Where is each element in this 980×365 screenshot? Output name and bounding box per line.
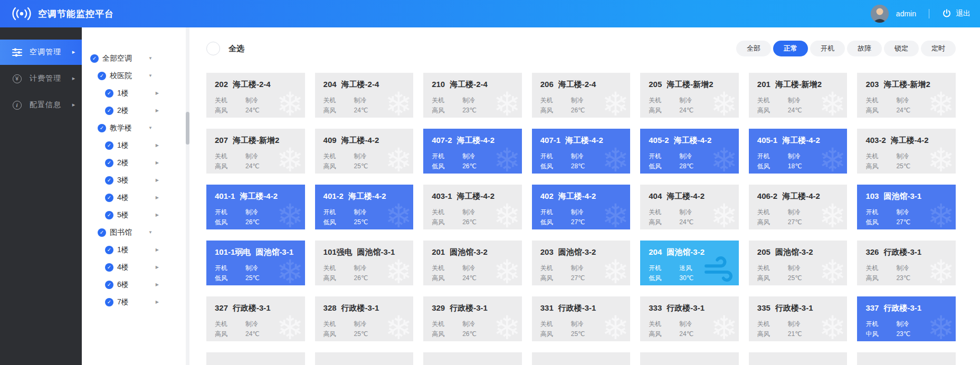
caret-down-icon[interactable]: ▼ <box>148 230 153 235</box>
ac-card[interactable]: 403-2 海工楼-4-2 关机 高风 制冷 25℃ ❄ <box>857 129 956 174</box>
card-unit-id: 331 <box>540 303 554 313</box>
ac-card[interactable]: 202 海工楼-2-4 关机 高风 制冷 24℃ ❄ <box>206 73 305 118</box>
ac-card[interactable]: 204 海工楼-2-4 关机 高风 制冷 24℃ ❄ <box>315 73 414 118</box>
user-avatar[interactable] <box>871 5 889 23</box>
caret-down-icon[interactable]: ▼ <box>148 73 153 78</box>
tree-item[interactable]: ✓ 全部空调 ▼ <box>82 50 160 67</box>
scrollbar-thumb[interactable] <box>186 112 189 145</box>
status-filter-button[interactable]: 故障 <box>847 41 882 56</box>
ac-card[interactable]: 335 行政楼-3-1 关机 高风 制冷 21℃ ❄ <box>749 296 848 341</box>
caret-right-icon[interactable]: ▶ <box>156 282 159 287</box>
ac-card[interactable]: 326 行政楼-3-1 关机 高风 制冷 23℃ ❄ <box>857 241 956 285</box>
ac-card[interactable]: 101强电 圆池馆-3-1 关机 高风 制冷 26℃ ❄ <box>315 241 414 285</box>
ac-card[interactable]: 101-1弱电 圆池馆-3-1 开机 低风 制冷 25℃ ❄ <box>206 241 305 285</box>
card-fan-speed: 低风 <box>215 273 245 283</box>
ac-card[interactable]: 337 行政楼-3-1 开机 中风 制冷 23℃ ❄ <box>857 296 956 341</box>
ac-card-partial[interactable] <box>315 352 414 365</box>
tree-item[interactable]: ✓ 1楼 ▶ <box>82 84 160 102</box>
caret-right-icon[interactable]: ▶ <box>156 265 159 270</box>
status-filter-button[interactable]: 锁定 <box>884 41 919 56</box>
select-all-control[interactable]: 全选 <box>206 42 244 55</box>
tree-item[interactable]: ✓ 5楼 ▶ <box>82 206 160 224</box>
ac-card[interactable]: 103 圆池馆-3-1 开机 低风 制冷 27℃ ❄ <box>857 185 956 229</box>
ac-card-partial[interactable] <box>206 352 305 365</box>
ac-card[interactable]: 207 海工楼-新增2 关机 高风 制冷 24℃ ❄ <box>206 129 305 174</box>
caret-right-icon[interactable]: ▶ <box>156 213 159 217</box>
ac-card[interactable]: 401-1 海工楼-4-2 开机 低风 制冷 26℃ ❄ <box>206 185 305 229</box>
caret-right-icon[interactable]: ▶ <box>156 300 159 304</box>
caret-down-icon[interactable]: ▼ <box>148 56 153 61</box>
ac-card-partial[interactable] <box>749 352 848 365</box>
tree-item[interactable]: ✓ 2楼 ▶ <box>82 154 160 171</box>
status-filter-button[interactable]: 定时 <box>921 41 956 56</box>
card-temperature: 18℃ <box>788 161 802 171</box>
sidebar-item-1[interactable]: 空调管理 ▶ <box>0 40 82 65</box>
card-temperature: 25℃ <box>788 273 802 283</box>
card-info: 关机 高风 制冷 23℃ <box>865 263 948 283</box>
card-info: 开机 低风 制冷 26℃ <box>215 207 298 227</box>
ac-card[interactable]: 407-2 海工楼-4-2 开机 低风 制冷 26℃ ❄ <box>423 129 522 174</box>
ac-card-partial[interactable] <box>532 352 631 365</box>
ac-card[interactable]: 329 行政楼-3-1 关机 高风 制冷 26℃ ❄ <box>423 296 522 341</box>
sidebar-item-3[interactable]: i 配置信息 ▶ <box>0 92 82 118</box>
ac-card[interactable]: 203 圆池馆-3-2 关机 高风 制冷 27℃ ❄ <box>532 241 631 285</box>
status-filter-button[interactable]: 开机 <box>810 41 845 56</box>
caret-down-icon[interactable]: ▼ <box>148 126 153 130</box>
tree-item[interactable]: ✓ 1楼 ▶ <box>82 137 160 154</box>
ac-card-partial[interactable] <box>857 352 956 365</box>
card-mode: 制冷 <box>354 207 368 217</box>
ac-card[interactable]: 401-2 海工楼-4-2 开机 低风 制冷 25℃ ❄ <box>315 185 414 229</box>
select-all-checkbox[interactable] <box>206 42 220 55</box>
tree-item[interactable]: ✓ 4楼 ▶ <box>82 258 160 276</box>
tree-item[interactable]: ✓ 6楼 ▶ <box>82 276 160 293</box>
caret-right-icon[interactable]: ▶ <box>156 178 159 182</box>
status-filter-button[interactable]: 正常 <box>773 41 808 56</box>
tree-item[interactable]: ✓ 教学楼 ▼ <box>82 119 160 137</box>
ac-card[interactable]: 205 海工楼-新增2 关机 高风 制冷 24℃ ❄ <box>640 73 739 118</box>
tree-item[interactable]: ✓ 3楼 ▶ <box>82 171 160 189</box>
ac-card[interactable]: 328 行政楼-3-1 关机 高风 制冷 25℃ ❄ <box>315 296 414 341</box>
ac-card[interactable]: 403-1 海工楼-4-2 关机 高风 制冷 26℃ ❄ <box>423 185 522 229</box>
caret-right-icon[interactable]: ▶ <box>156 91 159 95</box>
tree-item[interactable]: ✓ 4楼 ▶ <box>82 189 160 206</box>
caret-right-icon[interactable]: ▶ <box>156 108 159 113</box>
tree-item[interactable]: ✓ 7楼 ▶ <box>82 293 160 311</box>
ac-card[interactable]: 205 圆池馆-3-2 关机 高风 制冷 25℃ ❄ <box>749 241 848 285</box>
ac-card[interactable]: 405-2 海工楼-4-2 开机 低风 制冷 28℃ ❄ <box>640 129 739 174</box>
ac-card[interactable]: 201 海工楼-新增2 关机 高风 制冷 24℃ ❄ <box>749 73 848 118</box>
sidebar-item-2[interactable]: ¥ 计费管理 ▶ <box>0 66 82 91</box>
card-mode: 制冷 <box>788 319 802 329</box>
tree-item[interactable]: ✓ 校医院 ▼ <box>82 67 160 84</box>
ac-card[interactable]: 327 行政楼-3-1 关机 高风 制冷 24℃ ❄ <box>206 296 305 341</box>
ac-card[interactable]: 204 圆池馆-3-2 开机 低风 送风 30℃ ❄ <box>640 241 739 285</box>
tree-item[interactable]: ✓ 1楼 ▶ <box>82 241 160 258</box>
logout-button[interactable]: 退出 <box>942 8 971 20</box>
username[interactable]: admin <box>896 9 916 18</box>
caret-right-icon[interactable]: ▶ <box>156 247 159 252</box>
ac-card-partial[interactable] <box>640 352 739 365</box>
card-unit-id: 404 <box>649 191 662 201</box>
ac-card[interactable]: 405-1 海工楼-4-2 开机 低风 制冷 18℃ ❄ <box>749 129 848 174</box>
ac-card[interactable]: 206 海工楼-2-4 关机 高风 制冷 26℃ ❄ <box>532 73 631 118</box>
card-title: 407-1 海工楼-4-2 <box>540 136 623 146</box>
ac-card[interactable]: 203 海工楼-新增2 关机 高风 制冷 24℃ ❄ <box>857 73 956 118</box>
yen-icon: ¥ <box>12 73 22 84</box>
scrollbar-track[interactable] <box>186 27 189 365</box>
ac-card[interactable]: 331 行政楼-3-1 关机 高风 制冷 25℃ ❄ <box>532 296 631 341</box>
ac-card[interactable]: 406-2 海工楼-4-2 关机 高风 制冷 27℃ ❄ <box>749 185 848 229</box>
caret-right-icon[interactable]: ▶ <box>156 143 159 148</box>
tree-item[interactable]: ✓ 2楼 ▶ <box>82 102 160 119</box>
ac-card[interactable]: 201 圆池馆-3-2 关机 高风 制冷 24℃ ❄ <box>423 241 522 285</box>
tree-item[interactable]: ✓ 图书馆 ▼ <box>82 224 160 241</box>
caret-right-icon[interactable]: ▶ <box>156 160 159 165</box>
ac-card[interactable]: 404 海工楼-4-2 关机 高风 制冷 24℃ ❄ <box>640 185 739 229</box>
ac-card[interactable]: 333 行政楼-3-1 关机 高风 制冷 24℃ ❄ <box>640 296 739 341</box>
status-filter-button[interactable]: 全部 <box>736 41 771 56</box>
ac-card[interactable]: 407-1 海工楼-4-2 开机 低风 制冷 28℃ ❄ <box>532 129 631 174</box>
caret-right-icon[interactable]: ▶ <box>156 195 159 200</box>
ac-card[interactable]: 402 海工楼-4-2 开机 低风 制冷 27℃ ❄ <box>532 185 631 229</box>
card-unit-id: 204 <box>324 80 337 90</box>
ac-card[interactable]: 409 海工楼-4-2 关机 高风 制冷 25℃ ❄ <box>315 129 414 174</box>
ac-card[interactable]: 210 海工楼-2-4 关机 高风 制冷 23℃ ❄ <box>423 73 522 118</box>
ac-card-partial[interactable] <box>423 352 522 365</box>
